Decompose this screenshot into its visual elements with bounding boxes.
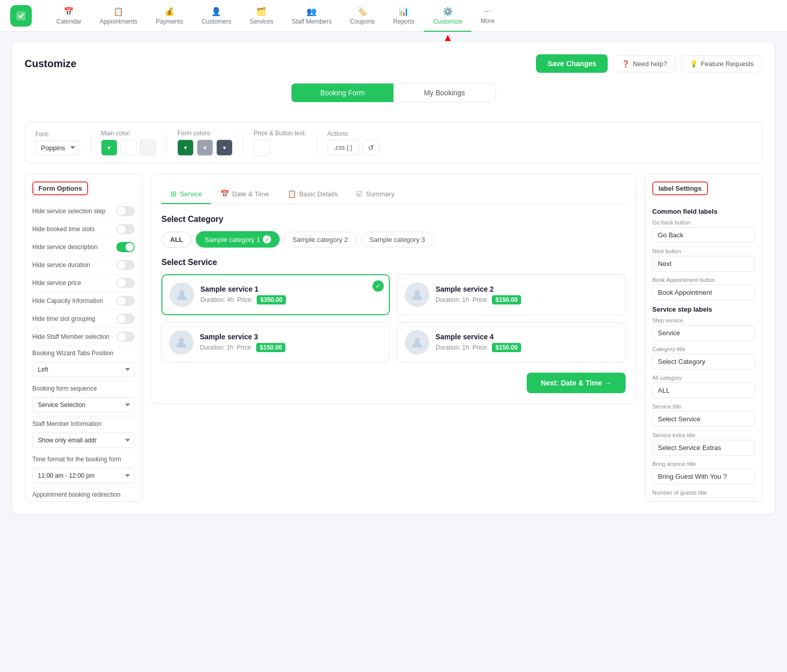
form-color-dark-gray[interactable]: ▼ [216,139,233,156]
nav-item-services[interactable]: 🗂️ Services [240,0,282,32]
service-card-3[interactable]: Sample service 4 Duration: 1h Price: $15… [397,322,626,362]
booking-tabs: Booking Form My Bookings [291,83,496,103]
nav-item-staff[interactable]: 👥 Staff Members [282,0,341,32]
label-num-guests-name: Number of guests title [652,490,755,496]
toggle-hide-service-selection[interactable] [116,206,135,216]
nav-item-appointments[interactable]: 📋 Appointments [91,0,147,32]
nav-item-reports-label: Reports [393,18,415,25]
label-next-input[interactable] [652,256,755,272]
app-logo[interactable] [10,5,32,27]
service-price-2: $150.00 [256,343,285,352]
summary-tab-icon: ☑ [356,190,363,198]
cat-tab-0[interactable]: Sample category 1 [196,231,279,248]
page-header: Customize Save Changes ❓ Need help? 💡 Fe… [25,54,762,73]
service-info-3: Sample service 4 Duration: 1h Price: $15… [436,333,618,352]
tab-booking-form[interactable]: Booking Form [292,84,394,102]
select-category-title: Select Category [161,215,626,224]
service-avatar-3 [405,330,429,355]
booking-sequence-select[interactable]: Service Selection [32,397,135,413]
svg-point-2 [415,290,420,295]
toggle-hide-service-price[interactable] [116,278,135,288]
label-service-extra-input[interactable] [652,440,755,456]
need-help-button[interactable]: ❓ Need help? [613,55,676,72]
label-go-back-input[interactable] [652,227,755,243]
font-select[interactable]: Poppins Arial Roboto [35,140,80,155]
nav-item-calendar[interactable]: 📅 Calendar [47,0,91,32]
nav-item-more-label: More [481,17,494,25]
reset-button[interactable]: ↺ [362,140,380,155]
main-color-light[interactable] [140,139,156,156]
toggle-hide-booked-slots[interactable] [116,224,135,234]
nav-item-coupons[interactable]: 🏷️ Coupons [341,0,384,32]
label-service-title-input[interactable] [652,411,755,427]
step-tab-basic[interactable]: 📋 Basic Details [278,185,347,204]
toggle-hide-timeslot-group[interactable] [116,314,135,324]
label-bring-anyone-input[interactable] [652,469,755,484]
main-color-white[interactable] [120,139,137,156]
price-button-selector: Price & Button text: [254,130,306,156]
toggle-hide-staff[interactable] [116,332,135,342]
reports-icon: 📊 [399,7,409,16]
toolbar: Font: Poppins Arial Roboto Main color: ▼ [25,122,762,164]
label-category-title-input[interactable] [652,354,755,370]
label-book-appointment-input[interactable] [652,284,755,300]
feature-requests-button[interactable]: 💡 Feature Requests [681,55,762,72]
font-label: Font: [35,131,80,138]
next-datetime-button[interactable]: Next: Date & Time → [527,373,626,393]
form-color-medium-gray[interactable]: ▼ [197,139,213,156]
toolbar-divider-3 [243,133,243,153]
service-card-1[interactable]: Sample service 2 Duration: 1h Price: $15… [397,274,626,315]
form-color-dark-green[interactable]: ▼ [177,139,194,156]
cat-tab-all[interactable]: ALL [161,232,192,248]
nav-item-customers[interactable]: 👤 Customers [192,0,240,32]
option-hide-service-price: Hide service price [32,274,135,292]
form-colors-label: Form colors: [177,130,233,137]
main-color-label: Main color: [101,130,156,137]
label-field-num-guests: Number of guests title [652,490,755,502]
step-tab-datetime[interactable]: 📅 Date & Time [211,185,278,204]
nav-item-services-label: Services [250,18,273,25]
main-color-green[interactable]: ▼ [101,139,117,156]
nav-item-payments[interactable]: 💰 Payments [147,0,192,32]
form-colors-selector: Form colors: ▼ ▼ ▼ [177,130,233,156]
save-changes-button[interactable]: Save Changes [536,54,608,73]
tab-my-bookings[interactable]: My Bookings [394,84,495,102]
actions-selector: Actions: .css { } ↺ [327,130,380,155]
toggle-hide-capacity[interactable] [116,296,135,306]
service-avatar-2 [169,330,194,355]
label-next-name: Next button [652,248,755,254]
css-button[interactable]: .css { } [327,140,359,155]
staff-info-select[interactable]: Show only email addr [32,433,135,448]
main-color-swatches: ▼ [101,139,156,156]
booking-sequence-group: Booking form sequence Service Selection [32,381,135,417]
service-avatar-icon-2 [174,335,189,350]
label-num-guests-input[interactable] [652,497,755,502]
nav-item-customize[interactable]: ⚙️ Customize [424,0,471,32]
service-card-2[interactable]: Sample service 3 Duration: 1h Price: $15… [161,322,390,362]
label-step-service-input[interactable] [652,325,755,341]
nav-item-more[interactable]: ··· More [471,0,504,32]
nav-items: 📅 Calendar 📋 Appointments 💰 Payments 👤 C… [47,0,777,32]
service-info-0: Sample service 1 Duration: 4h Price: $35… [200,285,382,304]
nav-item-reports[interactable]: 📊 Reports [384,0,424,32]
time-format-select[interactable]: 11:00 am - 12:00 pm [32,468,135,483]
service-card-0[interactable]: Sample service 1 Duration: 4h Price: $35… [161,274,390,315]
help-label: Need help? [633,60,667,68]
step-tabs: ⊞ Service 📅 Date & Time 📋 Basic Details … [161,185,626,205]
toggle-hide-service-desc[interactable] [116,242,135,252]
step-tab-summary[interactable]: ☑ Summary [347,185,404,204]
service-step-labels-title: Service step labels [652,306,755,313]
cat-tab-2[interactable]: Sample category 3 [361,232,433,248]
customize-icon: ⚙️ [443,7,453,16]
step-tab-service[interactable]: ⊞ Service [161,185,211,204]
service-price-1: $150.00 [492,295,521,304]
option-label-4: Hide service price [32,279,116,287]
wizard-position-select[interactable]: Left Right Top [32,362,135,377]
radio-in-built[interactable]: In-built [32,501,135,502]
price-button-white[interactable] [254,139,270,156]
radio-in-built-input[interactable] [32,502,39,502]
toggle-hide-service-duration[interactable] [116,260,135,270]
option-hide-booked-slots: Hide booked time slots [32,220,135,238]
cat-tab-1[interactable]: Sample category 2 [284,232,357,248]
label-all-category-input[interactable] [652,382,755,398]
